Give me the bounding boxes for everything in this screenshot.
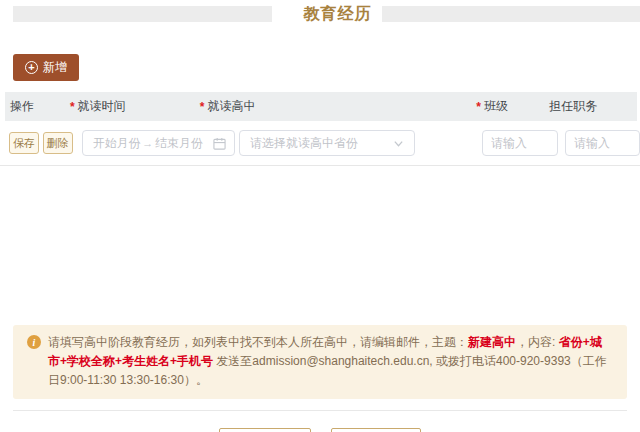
- delete-button[interactable]: 删除: [43, 132, 73, 154]
- required-asterisk: *: [476, 100, 481, 114]
- end-month-placeholder: 结束月份: [155, 135, 203, 152]
- table-row: 保存 删除 开始月份 → 结束月份 请选择就读高中省份: [0, 121, 640, 166]
- notice-part2: ，内容:: [516, 335, 559, 349]
- study-time-range-picker[interactable]: 开始月份 → 结束月份: [82, 130, 235, 156]
- title-divider-left: [13, 6, 272, 22]
- chevron-down-icon: [393, 138, 404, 149]
- header-position-label: 担任职务: [549, 98, 597, 115]
- page-title: 教育经历: [304, 4, 372, 25]
- header-high-school: * 就读高中: [200, 98, 477, 115]
- notice-text: 请填写高中阶段教育经历，如列表中找不到本人所在高中，请编辑邮件，主题：新建高中，…: [48, 333, 611, 390]
- start-month-placeholder: 开始月份: [93, 135, 141, 152]
- next-step-button[interactable]: 高中学习成绩 >: [331, 428, 421, 432]
- position-input[interactable]: [565, 130, 640, 156]
- notice-part1: 请填写高中阶段教育经历，如列表中找不到本人所在高中，请编辑邮件，主题：: [48, 335, 468, 349]
- province-select-placeholder: 请选择就读高中省份: [250, 135, 358, 152]
- header-study-time: * 就读时间: [70, 98, 200, 115]
- notice-banner: i 请填写高中阶段教育经历，如列表中找不到本人所在高中，请编辑邮件，主题：新建高…: [13, 325, 627, 399]
- save-button[interactable]: 保存: [9, 132, 39, 154]
- header-operation-label: 操作: [10, 98, 34, 115]
- footer-nav: < 选考科目 高中学习成绩 >: [0, 428, 640, 432]
- circle-plus-icon: +: [25, 61, 38, 74]
- table-header-row: 操作 * 就读时间 * 就读高中 * 班级 担任职务: [5, 92, 637, 121]
- header-operation: 操作: [10, 98, 70, 115]
- notice-subject-highlight: 新建高中: [468, 335, 516, 349]
- header-class-label: 班级: [484, 98, 508, 115]
- info-icon: i: [27, 335, 41, 349]
- add-button[interactable]: + 新增: [13, 54, 79, 81]
- class-input[interactable]: [482, 130, 558, 156]
- footer-divider: [13, 410, 627, 411]
- header-high-school-label: 就读高中: [207, 98, 255, 115]
- title-divider-right: [382, 6, 640, 22]
- header-study-time-label: 就读时间: [78, 98, 126, 115]
- calendar-icon: [213, 137, 226, 150]
- prev-step-button[interactable]: < 选考科目: [219, 428, 311, 432]
- required-asterisk: *: [70, 100, 75, 114]
- header-position: 担任职务: [549, 98, 637, 115]
- required-asterisk: *: [200, 100, 205, 114]
- section-header: 教育经历: [13, 4, 640, 24]
- add-button-label: 新增: [43, 59, 67, 76]
- range-arrow-icon: →: [141, 137, 155, 149]
- header-class: * 班级: [476, 98, 549, 115]
- high-school-province-select[interactable]: 请选择就读高中省份: [239, 130, 415, 156]
